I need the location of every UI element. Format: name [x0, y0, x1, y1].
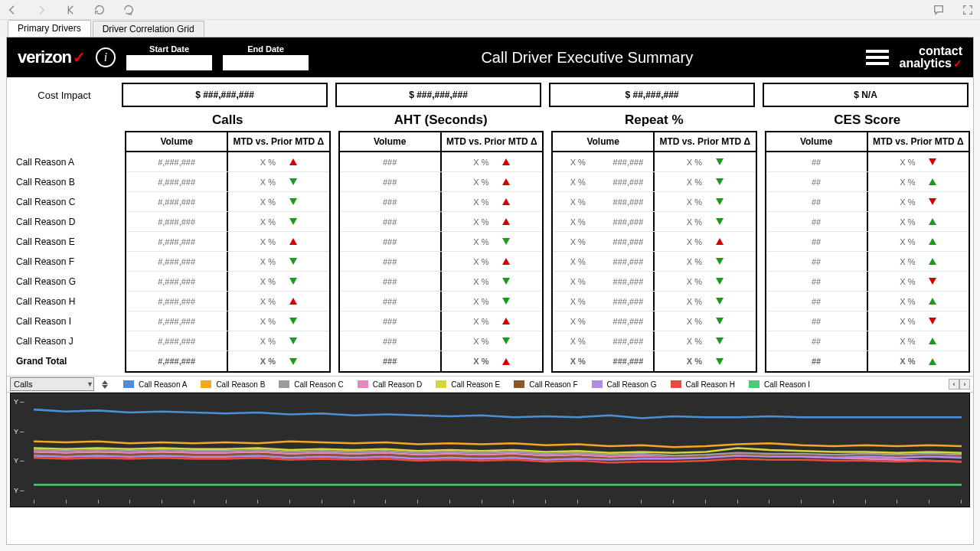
- cost-card-1[interactable]: $ ###,###,###: [335, 83, 541, 107]
- legend-swatch: [201, 380, 211, 388]
- legend-item[interactable]: Call Reason B: [201, 380, 265, 389]
- table-row: X %###,###X %: [553, 272, 756, 292]
- delta-cell: X %: [868, 232, 969, 251]
- report-header: verizon✓ i Start Date End Date Call Driv…: [7, 37, 973, 77]
- start-date-input[interactable]: [126, 55, 212, 70]
- table-row: X %###,###X %: [553, 192, 756, 212]
- metric-header-cell: Volume: [340, 132, 442, 151]
- arrow-up-icon: [929, 258, 936, 265]
- delta-cell: X %: [868, 252, 969, 271]
- chart-metric-select[interactable]: Calls▼: [10, 377, 94, 391]
- table-row: #,###,###X %: [126, 292, 329, 311]
- arrow-down-icon: [929, 318, 936, 324]
- y-tick: Y –: [14, 487, 24, 494]
- table-row: #,###,###X %: [126, 212, 329, 232]
- info-icon[interactable]: i: [96, 47, 116, 67]
- metric-header-cell: MTD vs. Prior MTD Δ: [442, 132, 542, 151]
- volume-cell: #,###,###: [126, 331, 228, 350]
- refresh-icon[interactable]: [92, 2, 107, 18]
- metric-title: Calls: [125, 112, 331, 131]
- volume-cell: X %###,###: [553, 331, 655, 350]
- arrow-up-icon: [289, 298, 297, 305]
- cost-card-2[interactable]: $ ##,###,###: [549, 83, 755, 107]
- volume-cell: X %###,###: [553, 172, 655, 191]
- verizon-logo: verizon✓: [18, 47, 85, 67]
- table-row: ###X %: [340, 232, 543, 252]
- legend-label: Call Reason G: [607, 380, 657, 389]
- arrow-down-icon: [716, 158, 724, 165]
- arrow-up-icon: [929, 358, 936, 365]
- legend-item[interactable]: Call Reason E: [436, 380, 500, 389]
- metric-header-cell: MTD vs. Prior MTD Δ: [868, 132, 969, 151]
- legend-item[interactable]: Call Reason G: [592, 380, 657, 389]
- forward-icon[interactable]: [34, 2, 49, 18]
- table-row: ##X %: [766, 351, 969, 371]
- delta-cell: X %: [868, 172, 969, 191]
- legend-scroll[interactable]: ‹›: [949, 379, 970, 390]
- table-row: ###X %: [340, 351, 543, 371]
- x-tick: [385, 500, 386, 504]
- first-page-icon[interactable]: [63, 2, 78, 18]
- table-row: X %###,###X %: [553, 311, 756, 331]
- legend-item[interactable]: Call Reason C: [279, 380, 343, 389]
- x-tick: [162, 500, 162, 504]
- x-tick: [641, 500, 642, 504]
- volume-cell: ###: [340, 152, 442, 171]
- arrow-down-icon: [716, 178, 724, 185]
- legend-label: Call Reason F: [529, 380, 577, 389]
- legend-item[interactable]: Call Reason A: [123, 380, 187, 389]
- cost-card-3[interactable]: $ N/A: [763, 83, 969, 107]
- metric-stepper[interactable]: [102, 380, 108, 389]
- reason-label: Call Reason H: [10, 292, 125, 311]
- volume-cell: #,###,###: [126, 212, 228, 231]
- delta-cell: X %: [228, 172, 328, 191]
- volume-cell: #,###,###: [126, 232, 228, 251]
- pause-refresh-icon[interactable]: [121, 2, 136, 18]
- delta-cell: X %: [655, 212, 755, 231]
- metric-block: Repeat %VolumeMTD vs. Prior MTD ΔX %###,…: [551, 112, 757, 373]
- cost-card-0[interactable]: $ ###,###,###: [122, 83, 328, 107]
- legend-swatch: [358, 380, 368, 388]
- arrow-up-icon: [502, 258, 510, 265]
- legend-item[interactable]: Call Reason I: [749, 380, 810, 389]
- fullscreen-icon[interactable]: [960, 2, 975, 18]
- delta-cell: X %: [442, 192, 542, 211]
- table-row: ###X %: [340, 152, 543, 172]
- table-row: #,###,###X %: [126, 192, 329, 212]
- volume-cell: #,###,###: [126, 172, 228, 191]
- reason-label: Call Reason G: [10, 272, 125, 292]
- delta-cell: X %: [442, 292, 542, 311]
- metric-body: ##X %##X %##X %##X %##X %##X %##X %##X %…: [765, 152, 971, 373]
- delta-cell: X %: [442, 172, 542, 191]
- arrow-down-icon: [502, 337, 510, 344]
- tab-driver-correlation-grid[interactable]: Driver Correlation Grid: [93, 21, 204, 37]
- arrow-up-icon: [502, 358, 510, 365]
- delta-cell: X %: [655, 152, 755, 171]
- legend-item[interactable]: Call Reason H: [671, 380, 735, 389]
- volume-cell: X %###,###: [553, 351, 655, 371]
- x-tick: [961, 500, 962, 504]
- volume-cell: #,###,###: [126, 152, 228, 171]
- tab-primary-drivers[interactable]: Primary Drivers: [8, 20, 91, 37]
- table-row: #,###,###X %: [126, 232, 329, 252]
- legend-item[interactable]: Call Reason D: [358, 380, 422, 389]
- legend-item[interactable]: Call Reason F: [514, 380, 577, 389]
- arrow-down-icon: [716, 358, 724, 365]
- arrow-up-icon: [502, 158, 510, 165]
- x-tick: [929, 500, 929, 504]
- arrow-up-icon: [502, 198, 510, 205]
- arrow-up-icon: [929, 298, 936, 305]
- volume-cell: X %###,###: [553, 232, 655, 251]
- menu-icon[interactable]: [866, 48, 889, 67]
- table-row: #,###,###X %: [126, 351, 329, 371]
- end-date-input[interactable]: [223, 55, 309, 70]
- delta-cell: X %: [228, 351, 328, 371]
- arrow-down-icon: [289, 318, 297, 324]
- table-row: ##X %: [766, 292, 969, 311]
- legend-swatch: [123, 380, 134, 388]
- delta-cell: X %: [868, 331, 969, 350]
- comment-icon[interactable]: [931, 2, 946, 18]
- metric-block: CES ScoreVolumeMTD vs. Prior MTD Δ##X %#…: [765, 112, 971, 373]
- back-icon[interactable]: [5, 2, 20, 18]
- volume-cell: #,###,###: [126, 292, 228, 311]
